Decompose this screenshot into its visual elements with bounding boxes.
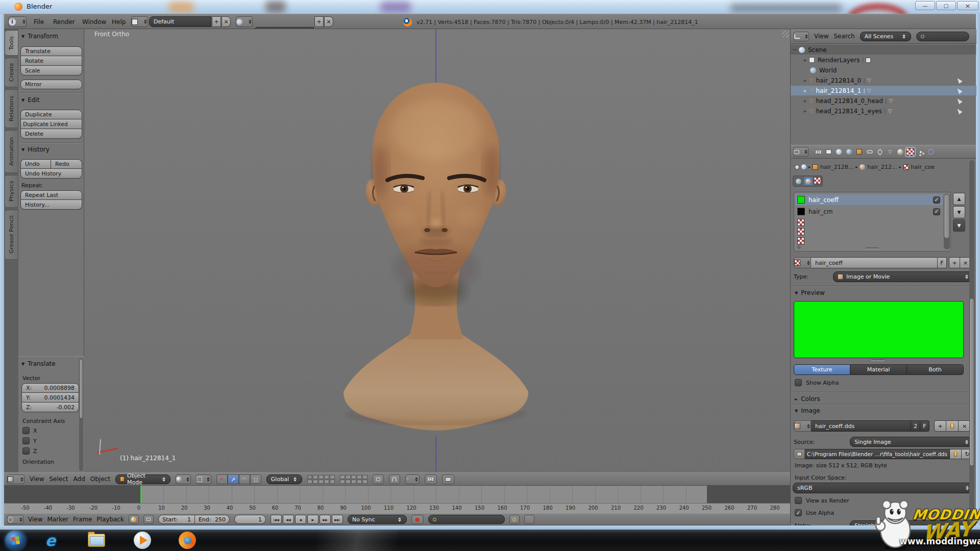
history-panel-header[interactable]: ▼History <box>21 146 50 153</box>
repeat-last-button[interactable]: Repeat Last <box>20 190 82 200</box>
layer-cell[interactable] <box>340 480 345 484</box>
outliner-row-world[interactable]: World <box>791 65 976 75</box>
add-layout-button[interactable]: + <box>212 16 221 27</box>
area-resize-grip[interactable] <box>782 30 789 37</box>
rotate-manipulator-icon[interactable]: ◠ <box>239 474 250 484</box>
viewport-3d[interactable]: Front Ortho (1) hair_212814_1 <box>84 29 790 472</box>
undo-button[interactable]: Undo <box>20 159 51 169</box>
menu-render[interactable]: Render <box>53 18 75 26</box>
slot-enabled-checkbox[interactable]: ✓ <box>933 196 940 204</box>
preview-material-button[interactable]: Material <box>850 364 907 375</box>
start-frame-field[interactable]: Start:1 <box>158 515 195 524</box>
operator-panel-header[interactable]: ▼Translate <box>21 360 56 367</box>
internet-explorer-icon[interactable]: e <box>42 532 59 549</box>
type-selector[interactable]: Image or Movie <box>833 271 973 282</box>
layer-cell[interactable] <box>318 480 324 484</box>
layer-cell[interactable] <box>362 475 368 479</box>
lock-icon[interactable] <box>373 474 384 484</box>
editor-type-button[interactable] <box>793 147 808 157</box>
list-resize-grip[interactable] <box>866 247 879 249</box>
start-button[interactable] <box>5 531 26 550</box>
axis-z-checkbox[interactable] <box>22 447 30 455</box>
layer-cell[interactable] <box>313 475 318 479</box>
snap-magnet-icon[interactable] <box>389 474 400 484</box>
constraints-tab-icon[interactable] <box>865 148 874 156</box>
layer-cell[interactable] <box>357 475 362 479</box>
menu-playback[interactable]: Playback <box>96 516 124 523</box>
vector-x-field[interactable]: X:0.0008898 <box>21 383 79 393</box>
history-menu-button[interactable]: History... <box>20 200 82 210</box>
breadcrumb-object[interactable]: hair_2128... <box>820 164 853 170</box>
layer-cell[interactable] <box>362 480 368 484</box>
play-reverse-button[interactable]: ◀ <box>295 515 306 524</box>
particles-tab-icon[interactable] <box>916 148 925 156</box>
use-preview-range-icon[interactable] <box>129 515 139 524</box>
other-texture-icon[interactable] <box>814 177 821 184</box>
menu-add[interactable]: Add <box>74 475 85 483</box>
object-tab-icon[interactable] <box>855 148 864 156</box>
axis-x-checkbox[interactable] <box>22 427 30 434</box>
modifiers-tab-icon[interactable] <box>875 148 884 156</box>
duplicate-linked-button[interactable]: Duplicate Linked <box>20 119 82 129</box>
menu-view[interactable]: View <box>814 33 828 40</box>
tab-animation[interactable]: Animation <box>5 130 18 173</box>
texture-name-field[interactable]: hair_coeff <box>811 257 938 268</box>
close-button[interactable]: × <box>957 1 978 10</box>
maximize-button[interactable]: □ <box>936 1 956 10</box>
expand-icon[interactable]: + <box>803 78 809 83</box>
axis-y-checkbox[interactable] <box>22 437 30 444</box>
breadcrumb-material[interactable]: hair_212... <box>867 164 897 170</box>
browse-file-button[interactable] <box>950 449 962 459</box>
material-tab-icon[interactable] <box>896 148 904 156</box>
layer-cell[interactable] <box>330 475 335 479</box>
duplicate-button[interactable]: Duplicate <box>20 110 82 119</box>
vector-y-field[interactable]: Y:0.0001434 <box>21 393 79 403</box>
scale-manipulator-icon[interactable]: ◻ <box>250 474 261 484</box>
texture-tab-icon[interactable] <box>906 148 915 156</box>
insert-keyframe-button[interactable] <box>509 515 520 524</box>
layer-cell[interactable] <box>324 480 329 484</box>
menu-marker[interactable]: Marker <box>47 516 68 523</box>
undo-history-button[interactable]: Undo History <box>20 169 82 179</box>
scene-icon-button[interactable] <box>236 16 253 27</box>
record-button[interactable]: ● <box>411 515 424 524</box>
data-tab-icon[interactable]: ▽ <box>886 148 894 156</box>
selectable-icon[interactable] <box>955 87 962 94</box>
slot-enabled-checkbox[interactable]: ✓ <box>933 208 940 215</box>
expand-icon[interactable]: + <box>803 88 809 93</box>
nodes-icon[interactable] <box>801 164 806 169</box>
menu-window[interactable]: Window <box>82 18 106 26</box>
outliner-row-hair0[interactable]: + ▽ hair_212814_0 | ▽ <box>791 76 976 85</box>
breadcrumb-texture[interactable]: hair_coe <box>911 164 935 170</box>
translate-button[interactable]: Translate <box>20 46 82 56</box>
jump-to-end-button[interactable]: ▶▶| <box>332 515 343 524</box>
keying-set-field[interactable] <box>428 515 505 524</box>
preview-both-button[interactable]: Both <box>907 364 964 375</box>
outliner-row-scene[interactable]: − Scene <box>791 45 976 55</box>
layer-cell[interactable] <box>318 475 324 479</box>
layout-selector[interactable]: Default <box>149 16 211 27</box>
view-as-render-checkbox[interactable] <box>795 497 802 504</box>
add-slot-icon[interactable]: ⊕ <box>797 244 801 250</box>
slot-specials-button[interactable]: ▼ <box>953 219 965 232</box>
scene-tab-icon[interactable] <box>835 148 843 156</box>
fake-user-button[interactable]: F <box>938 257 947 268</box>
layer-cell[interactable] <box>307 480 312 484</box>
layer-cell[interactable] <box>351 480 356 484</box>
menu-help[interactable]: Help <box>112 18 126 26</box>
users-count-button[interactable]: 2 <box>911 420 920 432</box>
expand-icon[interactable]: + <box>803 58 809 63</box>
tab-create[interactable]: Create <box>5 58 18 87</box>
render-tab-icon[interactable] <box>814 148 823 156</box>
source-selector[interactable]: Single Image <box>850 437 973 447</box>
timeline-band[interactable] <box>4 486 790 503</box>
scrollbar-thumb[interactable] <box>969 298 974 466</box>
empty-slot-icon[interactable] <box>797 219 804 226</box>
alpha-mode-selector[interactable]: Straight <box>850 520 973 525</box>
scrollbar-thumb[interactable] <box>944 194 950 239</box>
layer-cell[interactable] <box>313 480 318 484</box>
menu-view[interactable]: View <box>28 516 42 523</box>
render-layers-tab-icon[interactable] <box>824 148 833 156</box>
editor-type-button[interactable] <box>7 474 24 484</box>
opengl-render-icon[interactable] <box>425 474 437 484</box>
